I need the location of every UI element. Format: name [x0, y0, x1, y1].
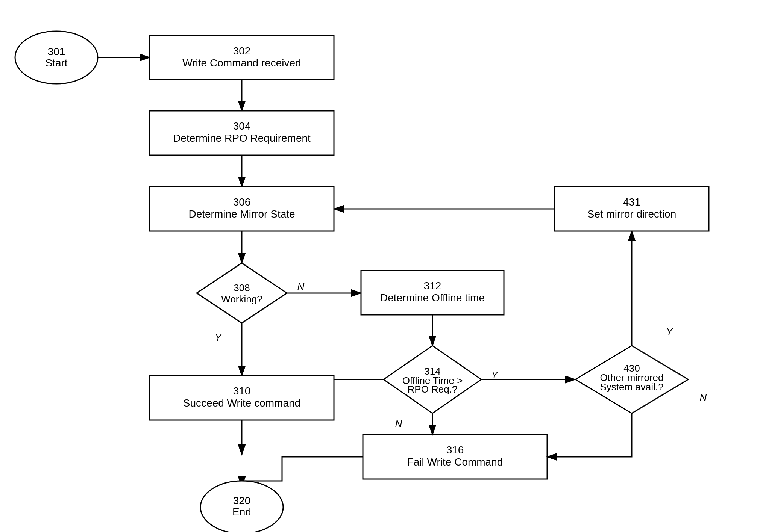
label-430-y: Y	[666, 326, 673, 337]
node-310-id: 310	[233, 385, 251, 397]
node-301-sublabel: Start	[45, 57, 67, 69]
node-431-id: 431	[623, 196, 641, 208]
label-314-y: Y	[491, 369, 498, 381]
node-308-id: 308	[234, 282, 250, 293]
flowchart-diagram: 301 Start 302 Write Command received 304…	[0, 0, 766, 532]
node-316-label: Fail Write Command	[407, 456, 503, 468]
node-310-label: Succeed Write command	[183, 397, 300, 409]
node-314-line2: RPO Req.?	[408, 384, 458, 395]
node-320-id: 320	[233, 495, 251, 506]
label-308-y: Y	[215, 332, 222, 343]
node-306-id: 306	[233, 196, 251, 208]
node-304-id: 304	[233, 120, 251, 132]
arrow-316-320	[242, 457, 363, 481]
label-308-n: N	[297, 281, 305, 292]
label-314-n: N	[395, 418, 402, 429]
node-312-label: Determine Offline time	[380, 292, 485, 304]
node-430-line2: System avail.?	[600, 381, 663, 393]
label-430-n: N	[700, 392, 707, 403]
node-320-label: End	[232, 506, 251, 518]
node-302-label: Write Command received	[182, 57, 301, 69]
node-431-label: Set mirror direction	[587, 208, 677, 220]
node-301-label: 301	[48, 46, 65, 57]
node-304-label: Determine RPO Requirement	[173, 132, 311, 144]
arrow-430-316-n	[547, 413, 632, 457]
node-306-label: Determine Mirror State	[188, 208, 295, 220]
node-302-id: 302	[233, 45, 251, 57]
node-312-id: 312	[424, 280, 441, 292]
node-308-label: Working?	[221, 293, 262, 305]
node-316-id: 316	[446, 444, 464, 456]
